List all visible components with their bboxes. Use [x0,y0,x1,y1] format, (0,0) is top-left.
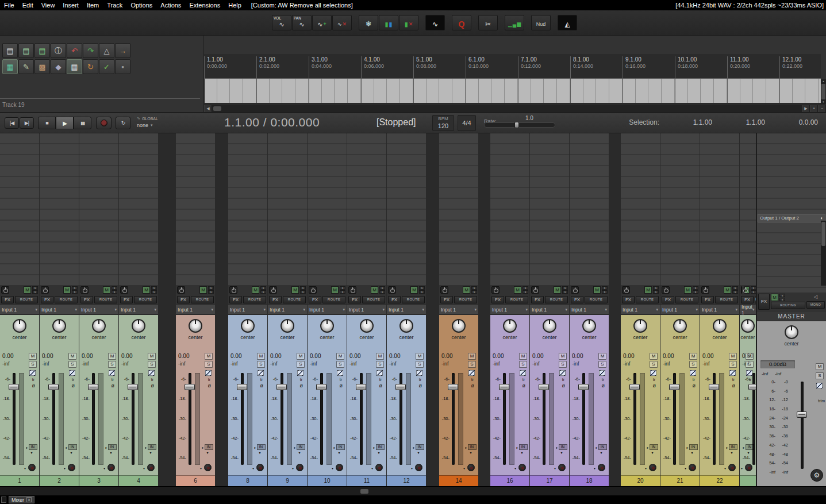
envelope-icon[interactable] [520,370,526,376]
scroll-right-button[interactable]: ▶ [802,105,810,112]
solo-mini-icon[interactable]: s [523,286,528,290]
fader-track[interactable] [713,373,716,465]
mixer-view-button[interactable]: ▦ [2,59,18,74]
master-mono-button[interactable]: MONO [806,301,825,309]
power-button[interactable] [531,286,539,294]
phase-icon[interactable]: ø [379,383,383,388]
arrange-hscroll-track[interactable] [212,105,802,112]
envelope-icon[interactable] [690,370,696,376]
route-button[interactable]: ROUTE [585,296,608,303]
master-volume-fader[interactable] [797,411,807,418]
route-button[interactable]: ROUTE [322,296,345,303]
fx-insert-slots[interactable] [40,133,79,285]
action-arrow-button[interactable]: → [115,43,130,58]
volume-fader[interactable] [669,384,679,390]
ruler-mark[interactable]: 10.1.000:18.000 [675,56,727,78]
fx-insert-slots[interactable] [700,133,739,285]
solo-mini-icon[interactable]: s [112,290,117,294]
route-button[interactable]: ROUTE [505,296,528,303]
route-button[interactable]: ROUTE [15,296,38,303]
route-button[interactable]: ROUTE [362,296,385,303]
ruler-vscroll-thumb[interactable] [821,84,825,99]
fx-button[interactable]: FX [229,296,242,303]
volume-value[interactable]: 0.00 [663,353,674,359]
solo-mini-icon[interactable]: s [260,290,266,294]
mute-button[interactable]: M [598,353,606,360]
selection-end[interactable]: 1.1.00 [735,118,765,126]
volume-value[interactable]: 0.00 [623,353,634,359]
ruler-vscroll[interactable]: ▴ ▾ [821,79,826,104]
monitor-mute-button[interactable]: M [63,286,71,294]
fx-insert-slots[interactable] [530,133,569,285]
record-arm-button[interactable] [745,464,752,471]
save-project-button[interactable]: ▤ [34,43,50,58]
fx-insert-slots[interactable] [490,133,529,285]
solo-button[interactable]: S [148,361,156,368]
power-button[interactable] [662,286,670,294]
fader-track[interactable] [189,373,191,465]
solo-mini-icon[interactable]: s [340,286,345,290]
envelope-icon[interactable] [109,370,115,376]
phase-icon[interactable]: ø [72,383,75,388]
solo-mini-icon[interactable]: s [260,286,266,290]
fader-track[interactable] [281,373,283,465]
solo-button[interactable]: S [650,361,658,368]
solo-mini-icon[interactable]: s [562,290,568,294]
show-all-tracks-button[interactable]: ▮▮ [379,15,398,30]
power-button[interactable] [701,286,709,294]
lock-button[interactable]: ✓ [99,59,114,74]
envelope-icon[interactable] [376,370,383,376]
master-monitor-mute-button[interactable]: M [771,294,778,301]
volume-fader[interactable] [356,384,366,390]
input-monitor-button[interactable]: IN [257,444,266,450]
arrange-hscroll[interactable]: ◀ ▶ + − [204,105,826,112]
volume-value[interactable]: 0.00 [121,353,132,359]
solo-mini-icon[interactable]: s [72,290,78,294]
monitor-mute-button[interactable]: M [103,286,110,294]
volume-fader[interactable] [88,384,98,390]
volume-fader[interactable] [578,384,589,390]
fx-button[interactable]: FX [531,296,544,303]
pan-knob[interactable] [360,319,374,333]
menu-actions[interactable]: Actions [156,2,185,9]
envelope-icon[interactable] [148,370,155,376]
pan-knob[interactable] [52,319,66,333]
fx-insert-slots[interactable] [308,133,347,285]
volume-value[interactable]: 0.00 [310,353,321,359]
volume-value[interactable]: 0.00 [178,353,189,359]
input-selector[interactable]: Input 1 ▾ [0,305,39,314]
selection-start[interactable]: 1.1.00 [682,118,712,126]
input-selector[interactable]: Input 1 ▾ [530,305,569,314]
fx-button[interactable]: FX [80,296,93,303]
fader-track[interactable] [452,373,455,465]
monitor-mute-button[interactable]: M [554,286,561,294]
power-button[interactable] [177,286,185,294]
solo-button[interactable]: S [336,361,344,368]
record-arm-button[interactable] [296,464,303,471]
mute-button[interactable]: M [336,353,344,360]
phase-icon[interactable]: ø [732,383,736,388]
mute-button[interactable]: M [205,353,213,360]
solo-button[interactable]: S [598,361,606,368]
envelope-tool-button[interactable]: △ [99,43,114,58]
input-monitor-button[interactable]: IN [297,444,305,450]
solo-mini-icon[interactable]: s [562,286,568,290]
menu-extensions[interactable]: Extensions [185,2,224,9]
ruler-mark[interactable]: 11.1.000:20.000 [727,56,779,78]
solo-mini-icon[interactable]: s [693,290,698,294]
ruler-mark[interactable]: 8.1.000:14.000 [570,56,623,78]
power-button[interactable] [41,286,49,294]
solo-mini-icon[interactable]: s [419,290,425,294]
envelope-button[interactable]: ∿ [425,15,445,30]
volume-value[interactable]: 0.00 [702,353,713,359]
volume-fader[interactable] [128,384,138,390]
master-pan-knob[interactable] [785,325,798,339]
fx-button[interactable]: FX [388,296,401,303]
new-project-button[interactable]: ▤ [2,43,18,58]
envelope-icon[interactable] [746,370,752,376]
solo-button[interactable]: S [689,361,697,368]
record-arm-button[interactable] [336,464,343,471]
record-arm-button[interactable] [689,464,696,471]
rate-slider[interactable] [484,122,555,128]
power-button[interactable] [571,286,579,294]
